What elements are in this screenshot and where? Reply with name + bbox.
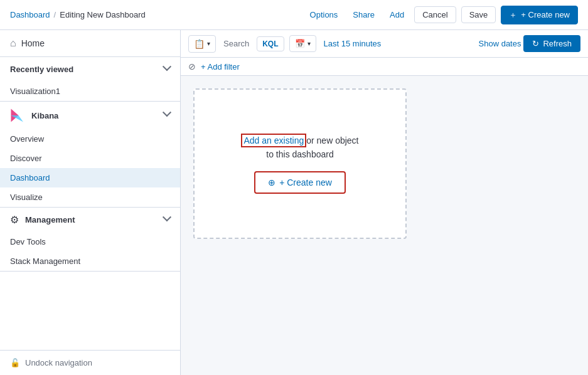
drop-zone-text: Add an existingor new object to this das… xyxy=(241,134,358,162)
kibana-logo xyxy=(10,108,25,123)
search-button[interactable]: Search xyxy=(218,36,254,51)
sidebar: ⌂ Home Recently viewed Visualization1 xyxy=(0,30,181,375)
filter-icon: ⊘ xyxy=(188,61,196,71)
calendar-chevron: ▾ xyxy=(307,40,311,47)
recently-viewed-header[interactable]: Recently viewed xyxy=(0,57,180,82)
time-picker-button[interactable]: 📅 ▾ xyxy=(289,35,316,52)
management-chevron xyxy=(163,213,171,221)
sidebar-item-visualize[interactable]: Visualize xyxy=(0,188,180,207)
sidebar-item-overview[interactable]: Overview xyxy=(0,129,180,149)
filter-bar: 📋 ▾ Search KQL 📅 ▾ Last 15 minutes Show … xyxy=(181,30,588,58)
refresh-button[interactable]: ↻ Refresh xyxy=(523,35,580,52)
create-new-header-button[interactable]: ＋ + Create new xyxy=(501,6,578,24)
gear-icon: ⚙ xyxy=(10,214,19,226)
management-section-header[interactable]: ⚙ Management xyxy=(0,208,180,232)
undock-navigation-button[interactable]: 🔓 Undock navigation xyxy=(0,350,180,375)
filter-row: ⊘ + Add filter xyxy=(181,58,588,76)
save-button[interactable]: Save xyxy=(461,6,496,23)
kibana-section-header[interactable]: Kibana xyxy=(0,102,180,129)
breadcrumb-separator: / xyxy=(54,10,56,19)
kibana-chevron xyxy=(163,108,171,117)
home-icon: ⌂ xyxy=(10,38,16,49)
plus-icon: ＋ xyxy=(509,9,517,21)
breadcrumb-parent[interactable]: Dashboard xyxy=(10,10,50,19)
top-bar: Dashboard / Editing New Dashboard Option… xyxy=(0,0,588,30)
sidebar-item-discover[interactable]: Discover xyxy=(0,149,180,168)
add-existing-link[interactable]: Add an existing xyxy=(241,134,306,147)
add-filter-label: + Add filter xyxy=(201,62,240,71)
breadcrumb: Dashboard / Editing New Dashboard xyxy=(10,10,146,19)
options-button[interactable]: Options xyxy=(305,8,343,22)
sidebar-item-dashboard[interactable]: Dashboard xyxy=(0,168,180,188)
recently-viewed-chevron xyxy=(163,62,171,71)
layout: ⌂ Home Recently viewed Visualization1 xyxy=(0,30,588,375)
time-display: Last 15 minutes xyxy=(319,39,476,48)
circle-plus-icon: ⊕ xyxy=(268,177,275,188)
share-button[interactable]: Share xyxy=(348,8,380,22)
add-filter-button[interactable]: + Add filter xyxy=(201,62,240,71)
sidebar-section-kibana: Kibana Overview Discover Dashboard Visua… xyxy=(0,102,180,208)
main-content: 📋 ▾ Search KQL 📅 ▾ Last 15 minutes Show … xyxy=(181,30,588,375)
cancel-button[interactable]: Cancel xyxy=(414,6,456,23)
top-actions: Options Share Add Cancel Save ＋ + Create… xyxy=(305,6,578,24)
sidebar-item-dev-tools[interactable]: Dev Tools xyxy=(0,232,180,251)
sidebar-home-label: Home xyxy=(21,38,45,48)
lock-icon: 🔓 xyxy=(10,358,20,367)
canvas-area: Add an existingor new object to this das… xyxy=(181,76,588,375)
management-label: Management xyxy=(25,215,75,224)
sidebar-item-home[interactable]: ⌂ Home xyxy=(0,30,180,57)
kibana-label: Kibana xyxy=(31,111,58,120)
add-button[interactable]: Add xyxy=(385,8,409,22)
show-dates-button[interactable]: Show dates xyxy=(479,39,521,48)
drop-zone: Add an existingor new object to this das… xyxy=(193,88,407,239)
kql-button[interactable]: KQL xyxy=(257,36,284,51)
list-item[interactable]: Visualization1 xyxy=(0,82,180,101)
query-icon: 📋 xyxy=(194,39,205,49)
create-new-canvas-button[interactable]: ⊕ + Create new xyxy=(254,171,346,194)
sidebar-item-stack-management[interactable]: Stack Management xyxy=(0,251,180,271)
chevron-query: ▾ xyxy=(207,40,210,47)
breadcrumb-current: Editing New Dashboard xyxy=(60,10,146,19)
undock-label: Undock navigation xyxy=(25,358,92,367)
refresh-icon: ↻ xyxy=(532,39,539,48)
sidebar-section-management: ⚙ Management Dev Tools Stack Management xyxy=(0,208,180,272)
recently-viewed-label: Recently viewed xyxy=(10,65,73,74)
calendar-icon: 📅 xyxy=(295,39,305,48)
query-picker-button[interactable]: 📋 ▾ xyxy=(188,35,216,53)
sidebar-section-recently-viewed: Recently viewed Visualization1 xyxy=(0,57,180,102)
